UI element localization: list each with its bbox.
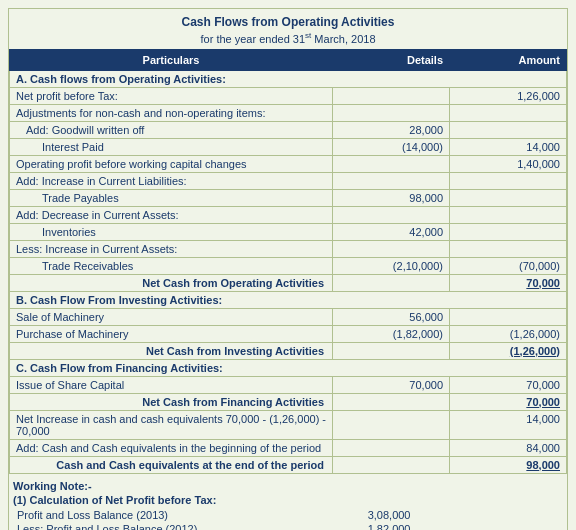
table-row: Add: Decrease in Current Assets: — [10, 206, 567, 223]
add-cash-details — [333, 439, 450, 456]
a-row7-amount — [450, 189, 567, 206]
a-row1-label: Net profit before Tax: — [10, 87, 333, 104]
table-row: Trade Receivables (2,10,000) (70,000) — [10, 257, 567, 274]
working-subtitle: (1) Calculation of Net Profit before Tax… — [13, 494, 563, 506]
header-particulars: Particulars — [10, 49, 333, 70]
a-row1-amount: 1,26,000 — [450, 87, 567, 104]
a-row6-label: Add: Increase in Current Liabilities: — [10, 172, 333, 189]
b-net-amount: (1,26,000) — [450, 342, 567, 359]
working-row1-details: 3,08,000 — [261, 508, 415, 522]
title-line1: Cash Flows from Operating Activities — [9, 9, 567, 31]
table-row: Net Cash from Operating Activities 70,00… — [10, 274, 567, 291]
section-b-header: B. Cash Flow From Investing Activities: — [10, 291, 567, 308]
a-net-details — [333, 274, 450, 291]
working-row2: Less: Profit and Loss Balance (2012) 1,8… — [13, 522, 563, 530]
header-amount: Amount — [450, 49, 567, 70]
working-row2-details: 1,82,000 — [261, 522, 415, 530]
a-row1-details — [333, 87, 450, 104]
b-row2-details: (1,82,000) — [333, 325, 450, 342]
a-row7-label: Trade Payables — [10, 189, 333, 206]
table-row: A. Cash flows from Operating Activities: — [10, 70, 567, 87]
a-row8-label: Add: Decrease in Current Assets: — [10, 206, 333, 223]
a-row9-amount — [450, 223, 567, 240]
b-row1-details: 56,000 — [333, 308, 450, 325]
table-row: C. Cash Flow from Financing Activities: — [10, 359, 567, 376]
main-table: Particulars Details Amount A. Cash flows… — [9, 49, 567, 474]
working-note-section: Working Note:- (1) Calculation of Net Pr… — [9, 474, 567, 530]
c-net-details — [333, 393, 450, 410]
a-row2-details — [333, 104, 450, 121]
table-row: Less: Increase in Current Assets: — [10, 240, 567, 257]
c-net-label: Net Cash from Financing Activities — [10, 393, 333, 410]
table-row: Interest Paid (14,000) 14,000 — [10, 138, 567, 155]
a-row11-amount: (70,000) — [450, 257, 567, 274]
a-row4-label: Interest Paid — [10, 138, 333, 155]
table-row: Sale of Machinery 56,000 — [10, 308, 567, 325]
b-net-details — [333, 342, 450, 359]
section-a-header: A. Cash flows from Operating Activities: — [10, 70, 567, 87]
working-table: Profit and Loss Balance (2013) 3,08,000 … — [13, 508, 563, 530]
a-row4-amount: 14,000 — [450, 138, 567, 155]
closing-label: Cash and Cash equivalents at the end of … — [10, 456, 333, 473]
working-row1: Profit and Loss Balance (2013) 3,08,000 — [13, 508, 563, 522]
section-c-header: C. Cash Flow from Financing Activities: — [10, 359, 567, 376]
working-title: Working Note:- — [13, 480, 563, 492]
a-net-amount: 70,000 — [450, 274, 567, 291]
net-increase-details — [333, 410, 450, 439]
a-row9-details: 42,000 — [333, 223, 450, 240]
a-row4-details: (14,000) — [333, 138, 450, 155]
main-container: Cash Flows from Operating Activities for… — [8, 8, 568, 530]
table-row: B. Cash Flow From Investing Activities: — [10, 291, 567, 308]
working-row2-label: Less: Profit and Loss Balance (2012) — [13, 522, 261, 530]
a-row7-details: 98,000 — [333, 189, 450, 206]
b-row2-label: Purchase of Machinery — [10, 325, 333, 342]
a-row5-amount: 1,40,000 — [450, 155, 567, 172]
table-row: Add: Cash and Cash equivalents in the be… — [10, 439, 567, 456]
a-row2-amount — [450, 104, 567, 121]
a-row5-details — [333, 155, 450, 172]
table-row: Net profit before Tax: 1,26,000 — [10, 87, 567, 104]
add-cash-amount: 84,000 — [450, 439, 567, 456]
b-row1-amount — [450, 308, 567, 325]
a-row9-label: Inventories — [10, 223, 333, 240]
a-row3-label: Add: Goodwill written off — [10, 121, 333, 138]
a-row8-details — [333, 206, 450, 223]
a-row2-label: Adjustments for non-cash and non-operati… — [10, 104, 333, 121]
table-row: Net Cash from Financing Activities 70,00… — [10, 393, 567, 410]
b-row2-amount: (1,26,000) — [450, 325, 567, 342]
a-net-label: Net Cash from Operating Activities — [10, 274, 333, 291]
table-row: Adjustments for non-cash and non-operati… — [10, 104, 567, 121]
table-row: Net Cash from Investing Activities (1,26… — [10, 342, 567, 359]
add-cash-label: Add: Cash and Cash equivalents in the be… — [10, 439, 333, 456]
b-row1-label: Sale of Machinery — [10, 308, 333, 325]
working-row2-amount — [415, 522, 564, 530]
table-row: Operating profit before working capital … — [10, 155, 567, 172]
table-row: Net Increase in cash and cash equivalent… — [10, 410, 567, 439]
table-row: Add: Increase in Current Liabilities: — [10, 172, 567, 189]
a-row8-amount — [450, 206, 567, 223]
a-row10-amount — [450, 240, 567, 257]
header-details: Details — [333, 49, 450, 70]
a-row6-details — [333, 172, 450, 189]
net-increase-label: Net Increase in cash and cash equivalent… — [10, 410, 333, 439]
table-row: Cash and Cash equivalents at the end of … — [10, 456, 567, 473]
table-row: Add: Goodwill written off 28,000 — [10, 121, 567, 138]
net-increase-amount: 14,000 — [450, 410, 567, 439]
b-net-label: Net Cash from Investing Activities — [10, 342, 333, 359]
closing-amount: 98,000 — [450, 456, 567, 473]
a-row10-label: Less: Increase in Current Assets: — [10, 240, 333, 257]
table-row: Trade Payables 98,000 — [10, 189, 567, 206]
a-row5-label: Operating profit before working capital … — [10, 155, 333, 172]
working-row1-amount — [415, 508, 564, 522]
a-row11-label: Trade Receivables — [10, 257, 333, 274]
a-row10-details — [333, 240, 450, 257]
c-row1-amount: 70,000 — [450, 376, 567, 393]
c-row1-details: 70,000 — [333, 376, 450, 393]
working-row1-label: Profit and Loss Balance (2013) — [13, 508, 261, 522]
a-row11-details: (2,10,000) — [333, 257, 450, 274]
a-row3-details: 28,000 — [333, 121, 450, 138]
title-line2: for the year ended 31st March, 2018 — [9, 31, 567, 49]
a-row6-amount — [450, 172, 567, 189]
table-row: Issue of Share Capital 70,000 70,000 — [10, 376, 567, 393]
table-row: Inventories 42,000 — [10, 223, 567, 240]
